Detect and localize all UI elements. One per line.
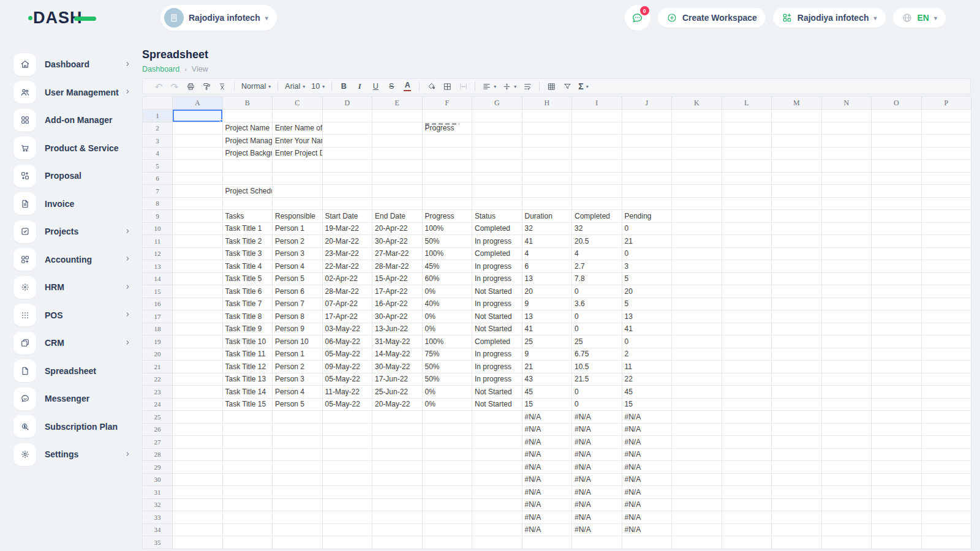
cell-i22[interactable]: 21.5 (572, 373, 622, 386)
cell-i28[interactable]: #N/A (572, 449, 622, 462)
cell-k9[interactable] (672, 210, 722, 223)
cell-a28[interactable] (173, 449, 223, 462)
cell-h28[interactable]: #N/A (522, 449, 573, 462)
cell-j18[interactable]: 41 (622, 323, 673, 336)
cell-m13[interactable] (772, 260, 822, 273)
cell-p25[interactable] (922, 411, 972, 424)
column-header-f[interactable]: F (423, 97, 473, 110)
cell-e29[interactable] (372, 461, 423, 474)
cell-e26[interactable] (372, 424, 423, 437)
cell-m6[interactable] (772, 173, 822, 186)
cell-d33[interactable] (323, 511, 373, 524)
cell-m17[interactable] (772, 310, 822, 323)
cell-b27[interactable] (223, 436, 273, 449)
cell-e23[interactable]: 25-Jun-22 (372, 386, 423, 399)
cell-m30[interactable] (772, 474, 822, 487)
cell-m34[interactable] (772, 524, 822, 537)
cell-p10[interactable] (922, 223, 972, 236)
cell-e20[interactable]: 14-May-22 (372, 348, 423, 361)
cell-j8[interactable] (622, 198, 673, 211)
cell-c33[interactable] (273, 511, 323, 524)
row-header-31[interactable]: 31 (143, 486, 173, 499)
cell-e14[interactable]: 15-Apr-22 (372, 273, 423, 286)
cell-o16[interactable] (872, 298, 922, 311)
cell-b25[interactable] (223, 411, 273, 424)
cell-h35[interactable] (522, 536, 573, 549)
cell-o17[interactable] (872, 310, 922, 323)
clear-format-button[interactable] (215, 80, 230, 93)
cell-a17[interactable] (173, 310, 223, 323)
cell-e21[interactable]: 30-May-22 (372, 361, 423, 373)
cell-p12[interactable] (922, 248, 972, 261)
cell-j5[interactable] (622, 160, 673, 173)
cell-p17[interactable] (922, 310, 972, 323)
cell-g24[interactable]: Not Started (472, 399, 522, 411)
cell-b26[interactable] (223, 424, 273, 437)
row-header-19[interactable]: 19 (143, 335, 173, 348)
bold-button[interactable]: B (336, 80, 351, 93)
cell-j27[interactable]: #N/A (622, 436, 673, 449)
cell-j9[interactable]: Pending (622, 210, 673, 223)
cell-b14[interactable]: Task Title 5 (223, 273, 273, 286)
cell-e24[interactable]: 20-May-22 (372, 399, 423, 411)
cell-j28[interactable]: #N/A (622, 449, 673, 462)
cell-k20[interactable] (672, 348, 722, 361)
cell-g5[interactable] (472, 160, 522, 173)
font-select-button[interactable]: Arial▾ (282, 80, 307, 93)
cell-a34[interactable] (173, 524, 223, 537)
cell-h34[interactable]: #N/A (522, 524, 573, 537)
cell-n6[interactable] (822, 173, 872, 186)
row-header-7[interactable]: 7 (143, 185, 173, 198)
sidebar-item-add-on-manager[interactable]: Add-on Manager (13, 108, 131, 132)
cell-o35[interactable] (872, 536, 922, 549)
cell-o26[interactable] (872, 424, 922, 437)
cell-f10[interactable]: 100% (423, 223, 473, 236)
cell-a5[interactable] (173, 160, 223, 173)
cell-l20[interactable] (722, 348, 772, 361)
cell-i10[interactable]: 32 (572, 223, 622, 236)
cell-i9[interactable]: Completed (572, 210, 622, 223)
vertical-align-button[interactable]: ▾ (500, 80, 519, 93)
column-header-k[interactable]: K (672, 97, 722, 110)
cell-j3[interactable] (622, 135, 673, 148)
cell-k5[interactable] (672, 160, 722, 173)
cell-a20[interactable] (173, 348, 223, 361)
cell-i7[interactable] (572, 185, 622, 198)
cell-c31[interactable] (273, 486, 323, 499)
row-header-33[interactable]: 33 (143, 511, 173, 524)
cell-c25[interactable] (273, 411, 323, 424)
font-size-select-button[interactable]: 10▾ (309, 80, 327, 93)
cell-d1[interactable] (323, 110, 373, 122)
cell-k8[interactable] (672, 198, 722, 211)
cell-o22[interactable] (872, 373, 922, 386)
create-workspace-button[interactable]: Create Workspace (658, 8, 766, 28)
text-wrap-button[interactable] (520, 80, 535, 93)
cell-i35[interactable] (572, 536, 622, 549)
cell-n22[interactable] (822, 373, 872, 386)
paint-format-button[interactable] (199, 80, 214, 93)
cell-e17[interactable]: 30-Apr-22 (372, 310, 423, 323)
cell-p26[interactable] (922, 424, 972, 437)
cell-c35[interactable] (273, 536, 323, 549)
cell-f1[interactable] (423, 110, 473, 122)
cell-e25[interactable] (372, 411, 423, 424)
cell-a6[interactable] (173, 173, 223, 186)
cell-k30[interactable] (672, 474, 722, 487)
cell-k16[interactable] (672, 298, 722, 311)
cell-g18[interactable]: Not Started (472, 323, 522, 336)
cell-c1[interactable] (273, 110, 323, 122)
cell-f30[interactable] (423, 474, 473, 487)
cell-k17[interactable] (672, 310, 722, 323)
cell-b21[interactable]: Task Title 12 (223, 361, 273, 373)
cell-m27[interactable] (772, 436, 822, 449)
cell-i5[interactable] (572, 160, 622, 173)
cell-f31[interactable] (423, 486, 473, 499)
cell-e35[interactable] (372, 536, 423, 549)
cell-i19[interactable]: 25 (572, 335, 622, 348)
cell-h10[interactable]: 32 (522, 223, 573, 236)
cell-d13[interactable]: 22-Mar-22 (323, 260, 373, 273)
workspace-selector[interactable]: Rajodiya infotech ▾ (160, 5, 277, 31)
cell-b16[interactable]: Task Title 7 (223, 298, 273, 311)
cell-h5[interactable] (522, 160, 573, 173)
row-header-5[interactable]: 5 (143, 160, 173, 173)
